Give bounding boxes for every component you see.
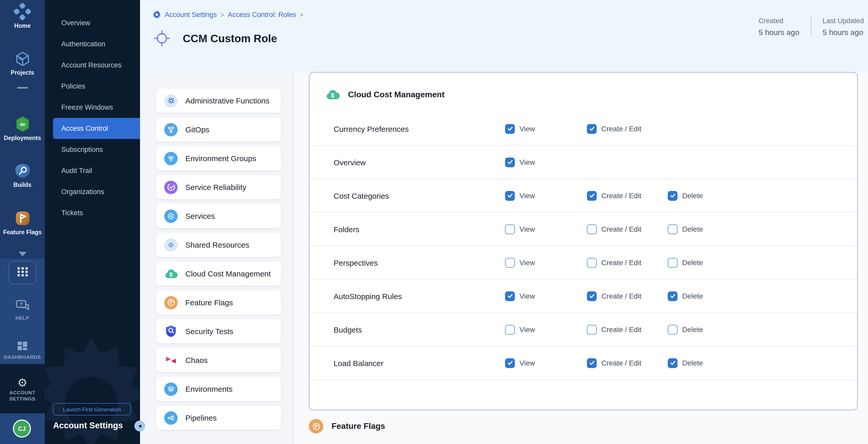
sidebar-collapse-button[interactable]: ◀ [134, 420, 145, 432]
ccm-section-header: $ Cloud Cost Management [326, 88, 444, 102]
ccm-section-title: Cloud Cost Management [348, 90, 444, 99]
resource-card-administrative-functions[interactable]: Administrative Functions [156, 89, 281, 113]
nav-item-subscriptions[interactable]: Subscriptions [53, 139, 140, 160]
checkbox-autostopping-rules-view[interactable] [505, 291, 515, 301]
sidebar-item-projects[interactable]: Projects [0, 50, 45, 76]
checkbox-overview-view[interactable] [505, 157, 515, 167]
checkbox-label: Create / Edit [601, 225, 642, 233]
resource-card-feature-flags[interactable]: Feature Flags [156, 290, 281, 315]
checkbox-label: View [520, 125, 535, 133]
checkbox-currency-preferences-create-edit[interactable] [587, 124, 597, 134]
checkbox-load-balancer-create-edit[interactable] [587, 358, 597, 368]
checkbox-load-balancer-delete[interactable] [668, 358, 678, 368]
svg-text:∞: ∞ [20, 120, 25, 128]
checkbox-budgets-view[interactable] [505, 324, 515, 335]
resource-card-environments[interactable]: Environments [156, 377, 281, 401]
sidebar-label-projects: Projects [0, 69, 45, 76]
checkbox-autostopping-rules-create-edit[interactable] [587, 291, 597, 301]
resource-card-gitops[interactable]: GitOps [156, 117, 281, 141]
sidebar-item-dashboards[interactable]: DASHBOARDS [0, 340, 45, 360]
checkbox-budgets-delete[interactable] [668, 324, 678, 335]
sidebar-item-deployments[interactable]: ∞ Deployments [0, 115, 45, 141]
breadcrumb: Account Settings > Access Control: Roles… [152, 10, 303, 19]
ccm-permissions-panel: $ Cloud Cost Management Currency Prefere… [309, 72, 858, 410]
sidebar-item-account-settings[interactable]: ⚙ ACCOUNT SETTINGS [0, 377, 45, 402]
sidebar-item-help[interactable]: ? HELP [0, 298, 45, 321]
nav-item-freeze-windows[interactable]: Freeze Windows [53, 97, 140, 118]
cd-hexagon-icon: ∞ [13, 126, 31, 134]
resource-card-label: Chaos [185, 356, 208, 364]
permission-cell: Create / Edit [587, 191, 668, 200]
last-updated-value: 5 hours ago [823, 28, 864, 36]
checkbox-cost-categories-view[interactable] [505, 191, 515, 200]
chevron-down-icon[interactable] [19, 252, 27, 256]
resource-card-services[interactable]: Services [156, 204, 281, 228]
resource-card-shared-resources[interactable]: Shared Resources [156, 233, 281, 257]
avatar[interactable]: CJ [13, 419, 31, 438]
resource-card-security-tests[interactable]: Security Tests [156, 319, 281, 343]
page-header-band: Account Settings > Access Control: Roles… [140, 0, 868, 72]
resource-card-label: Environment Groups [185, 154, 256, 163]
module-sidebar: Home Projects ∞ Deployments Builds Featu… [0, 0, 45, 444]
nav-item-audit-trail[interactable]: Audit Trail [53, 160, 140, 181]
permission-row-label: Perspectives [334, 258, 505, 267]
checkbox-folders-view[interactable] [505, 224, 515, 234]
checkbox-folders-create-edit[interactable] [587, 224, 597, 234]
resource-card-label: Security Tests [185, 327, 233, 336]
checkbox-currency-preferences-view[interactable] [505, 124, 515, 134]
svg-text:?: ? [19, 302, 22, 307]
resource-card-pipelines[interactable]: Pipelines [156, 406, 281, 430]
checkbox-label: Delete [682, 292, 703, 300]
checkbox-folders-delete[interactable] [668, 224, 678, 234]
checkbox-label: Create / Edit [601, 125, 642, 133]
checkbox-autostopping-rules-delete[interactable] [668, 291, 678, 301]
sidebar-label-help: HELP [0, 315, 45, 321]
checkbox-perspectives-view[interactable] [505, 258, 515, 267]
breadcrumb-link-access-control-roles[interactable]: Access Control: Roles [228, 11, 296, 19]
sidebar-item-home[interactable]: Home [0, 3, 45, 29]
sidebar-item-feature-flags[interactable]: Feature Flags [0, 210, 45, 235]
checkbox-label: View [520, 325, 535, 334]
nav-item-organizations[interactable]: Organizations [53, 181, 140, 202]
nav-footer-title: Account Settings [53, 420, 123, 431]
sidebar-label-home: Home [0, 23, 45, 29]
permission-cell: Delete [668, 358, 761, 368]
sidebar-label-feature-flags: Feature Flags [0, 229, 45, 235]
resource-card-label: GitOps [185, 125, 209, 134]
checkbox-perspectives-create-edit[interactable] [587, 258, 597, 267]
resource-card-chaos[interactable]: Chaos [156, 348, 281, 372]
sidebar-item-builds[interactable]: Builds [0, 162, 45, 188]
checkbox-label: Delete [682, 325, 703, 334]
nav-item-authentication[interactable]: Authentication [53, 33, 140, 55]
nav-item-account-resources[interactable]: Account Resources [53, 55, 140, 76]
nav-item-tickets[interactable]: Tickets [53, 202, 140, 223]
nav-item-overview[interactable]: Overview [53, 12, 140, 33]
services-hex-icon [164, 209, 178, 223]
gear-icon: ⚙ [17, 376, 27, 389]
app-window: Home Projects ∞ Deployments Builds Featu… [0, 0, 868, 444]
module-selector-button[interactable] [9, 261, 36, 284]
resource-card-environment-groups[interactable]: Environment Groups [156, 146, 281, 170]
checkbox-budgets-create-edit[interactable] [587, 324, 597, 335]
permission-row-autostopping-rules: AutoStopping RulesViewCreate / EditDelet… [309, 280, 857, 313]
sidebar-label-dashboards: DASHBOARDS [0, 354, 45, 360]
nav-item-policies[interactable]: Policies [53, 76, 140, 97]
breadcrumb-link-account-settings[interactable]: Account Settings [165, 11, 217, 19]
svg-text:$: $ [169, 271, 173, 278]
checkbox-perspectives-delete[interactable] [668, 258, 678, 267]
permission-row-label: Currency Preferences [334, 124, 505, 133]
security-shield-icon [164, 324, 178, 338]
nav-item-access-control[interactable]: Access Control [53, 118, 140, 139]
resource-card-label: Feature Flags [185, 298, 233, 307]
checkbox-cost-categories-create-edit[interactable] [587, 191, 597, 200]
resource-card-label: Services [185, 212, 215, 220]
resource-card-cloud-cost-management[interactable]: $Cloud Cost Management [156, 261, 281, 286]
checkbox-label: Create / Edit [601, 325, 642, 334]
checkbox-load-balancer-view[interactable] [505, 358, 515, 368]
permission-cell: Create / Edit [587, 258, 668, 267]
resource-card-label: Pipelines [185, 413, 217, 422]
launch-first-generation-button[interactable]: Launch First Generation [53, 403, 131, 415]
resource-card-service-reliability[interactable]: Service Reliability [156, 175, 281, 199]
environments-cube-icon [164, 382, 178, 395]
checkbox-cost-categories-delete[interactable] [668, 191, 678, 200]
